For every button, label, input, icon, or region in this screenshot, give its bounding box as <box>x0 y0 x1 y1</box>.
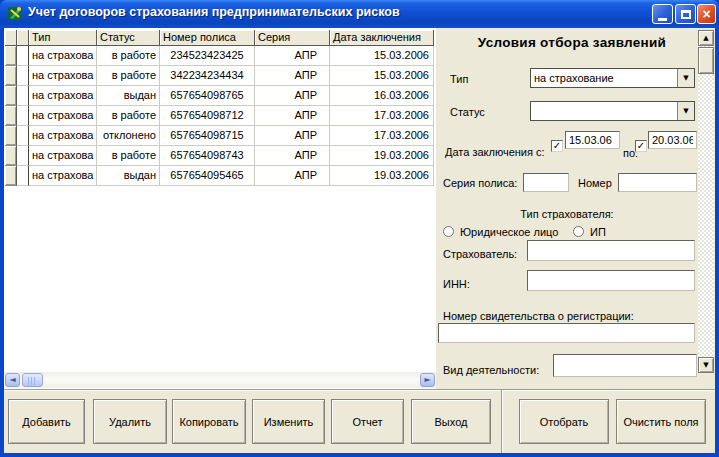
row-indicator-button[interactable] <box>5 86 17 106</box>
cell-series[interactable]: АПР <box>255 46 330 66</box>
cell-date[interactable]: 17.03.2006 <box>330 106 434 126</box>
cell-type[interactable]: на страхова <box>29 146 97 166</box>
grid-header-policy-number[interactable]: Номер полиса <box>160 30 255 46</box>
row-indicator-spacer[interactable] <box>17 106 29 126</box>
scroll-right-button[interactable]: ► <box>420 373 435 387</box>
table-row[interactable]: на страховаотклонено657654098715АПР17.03… <box>5 126 435 146</box>
grid-horizontal-scrollbar[interactable]: ◄ ► <box>4 372 436 388</box>
maximize-button[interactable] <box>675 4 696 24</box>
row-indicator-button[interactable] <box>5 146 17 166</box>
activity-input[interactable] <box>553 354 697 377</box>
cell-policy-number[interactable]: 657654098743 <box>160 146 255 166</box>
cell-type[interactable]: на страхова <box>29 106 97 126</box>
row-indicator-spacer[interactable] <box>17 146 29 166</box>
table-row[interactable]: на страховав работе657654098712АПР17.03.… <box>5 106 435 126</box>
row-indicator-spacer[interactable] <box>17 126 29 146</box>
cell-series[interactable]: АПР <box>255 166 330 186</box>
table-row[interactable]: на страховавыдан657654095465АПР19.03.200… <box>5 166 435 186</box>
horizontal-scroll-thumb[interactable] <box>22 373 43 387</box>
grid-header-type[interactable]: Тип <box>29 30 97 46</box>
cell-series[interactable]: АПР <box>255 126 330 146</box>
date-to-input[interactable] <box>648 131 697 149</box>
cell-policy-number[interactable]: 657654098765 <box>160 86 255 106</box>
cell-series[interactable]: АПР <box>255 86 330 106</box>
cell-status[interactable]: в работе <box>97 106 160 126</box>
individual-entrepreneur-radio[interactable] <box>573 226 584 237</box>
cell-date[interactable]: 19.03.2006 <box>330 146 434 166</box>
row-indicator-button[interactable] <box>5 106 17 126</box>
title-bar[interactable]: Учет договоров страхования предпринимате… <box>0 0 719 28</box>
cell-policy-number[interactable]: 234523423425 <box>160 46 255 66</box>
insurer-input[interactable] <box>527 240 695 261</box>
cell-status[interactable]: отклонено <box>97 126 160 146</box>
row-indicator-button[interactable] <box>5 66 17 86</box>
cell-series[interactable]: АПР <box>255 66 330 86</box>
row-indicator-button[interactable] <box>5 126 17 146</box>
cell-type[interactable]: на страхова <box>29 86 97 106</box>
close-button[interactable]: × <box>697 4 716 24</box>
exit-button[interactable]: Выход <box>411 399 491 444</box>
table-row[interactable]: на страховав работе657654098743АПР19.03.… <box>5 146 435 166</box>
cell-policy-number[interactable]: 342234234434 <box>160 66 255 86</box>
row-indicator-spacer[interactable] <box>17 46 29 66</box>
grid-header-date[interactable]: Дата заключения <box>330 30 434 46</box>
cell-type[interactable]: на страхова <box>29 66 97 86</box>
number-input[interactable] <box>618 173 697 192</box>
select-button[interactable]: Отобрать <box>519 399 609 444</box>
cell-date[interactable]: 16.03.2006 <box>330 86 434 106</box>
cell-series[interactable]: АПР <box>255 106 330 126</box>
panel-vertical-scrollbar[interactable]: ▲ ▼ <box>698 30 714 373</box>
registration-certificate-input[interactable] <box>438 323 695 343</box>
row-indicator-spacer[interactable] <box>17 66 29 86</box>
records-grid-table: Тип Статус Номер полиса Серия Дата заклю… <box>5 30 435 186</box>
date-from-input[interactable] <box>565 131 620 149</box>
cell-date[interactable]: 15.03.2006 <box>330 66 434 86</box>
cell-series[interactable]: АПР <box>255 146 330 166</box>
row-indicator-button[interactable] <box>5 166 17 186</box>
cell-status[interactable]: в работе <box>97 46 160 66</box>
cell-type[interactable]: на страхова <box>29 46 97 66</box>
grid-header-series[interactable]: Серия <box>255 30 330 46</box>
grid-header-status[interactable]: Статус <box>97 30 160 46</box>
date-from-checkbox[interactable]: ✓ <box>551 140 563 152</box>
report-button[interactable]: Отчет <box>331 399 404 444</box>
individual-entrepreneur-radio-label[interactable]: ИП <box>590 226 606 238</box>
type-combobox[interactable]: на страхование ▼ <box>530 68 695 88</box>
cell-status[interactable]: выдан <box>97 166 160 186</box>
cell-type[interactable]: на страхова <box>29 166 97 186</box>
minimize-button[interactable] <box>652 4 673 24</box>
table-row[interactable]: на страховав работе342234234434АПР15.03.… <box>5 66 435 86</box>
table-row[interactable]: на страховавыдан657654098765АПР16.03.200… <box>5 86 435 106</box>
cell-status[interactable]: выдан <box>97 86 160 106</box>
cell-date[interactable]: 17.03.2006 <box>330 126 434 146</box>
scroll-left-button[interactable]: ◄ <box>5 373 20 387</box>
cell-policy-number[interactable]: 657654095465 <box>160 166 255 186</box>
cell-type[interactable]: на страхова <box>29 126 97 146</box>
scroll-down-button[interactable]: ▼ <box>698 357 714 373</box>
delete-button[interactable]: Удалить <box>93 399 167 444</box>
series-input[interactable] <box>523 173 569 192</box>
add-button[interactable]: Добавить <box>8 399 85 444</box>
copy-button[interactable]: Копировать <box>172 399 246 444</box>
row-indicator-button[interactable] <box>5 46 17 66</box>
inn-input[interactable] <box>527 270 695 291</box>
cell-date[interactable]: 15.03.2006 <box>330 46 434 66</box>
cell-status[interactable]: в работе <box>97 146 160 166</box>
vertical-scroll-thumb[interactable] <box>698 47 714 74</box>
clear-fields-button[interactable]: Очистить поля <box>616 399 706 444</box>
type-combobox-dropdown-button[interactable]: ▼ <box>677 69 694 87</box>
table-row[interactable]: на страховав работе234523423425АПР15.03.… <box>5 46 435 66</box>
cell-policy-number[interactable]: 657654098712 <box>160 106 255 126</box>
legal-entity-radio[interactable] <box>443 226 454 237</box>
scroll-up-button[interactable]: ▲ <box>698 30 714 46</box>
edit-button[interactable]: Изменить <box>252 399 325 444</box>
cell-status[interactable]: в работе <box>97 66 160 86</box>
date-to-checkbox[interactable]: ✓ <box>635 140 647 152</box>
status-combobox-dropdown-button[interactable]: ▼ <box>677 102 694 120</box>
legal-entity-radio-label[interactable]: Юридическое лицо <box>460 226 558 238</box>
row-indicator-spacer[interactable] <box>17 166 29 186</box>
cell-policy-number[interactable]: 657654098715 <box>160 126 255 146</box>
status-combobox[interactable]: ▼ <box>530 101 695 121</box>
row-indicator-spacer[interactable] <box>17 86 29 106</box>
cell-date[interactable]: 19.03.2006 <box>330 166 434 186</box>
